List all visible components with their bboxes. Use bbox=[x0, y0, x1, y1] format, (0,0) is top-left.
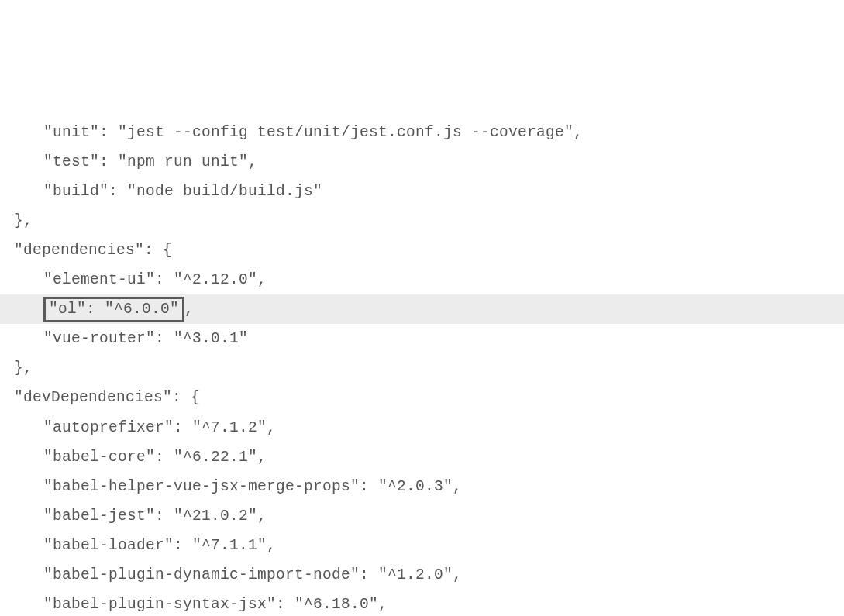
code-text: "vue-router": "^3.0.1" bbox=[43, 330, 248, 347]
code-text: "dependencies": { bbox=[14, 242, 172, 259]
code-line: }, bbox=[0, 206, 844, 236]
code-line: "unit": "jest --config test/unit/jest.co… bbox=[0, 118, 844, 147]
code-text: "babel-plugin-syntax-jsx": "^6.18.0", bbox=[43, 596, 388, 613]
code-text: "babel-plugin-dynamic-import-node": "^1.… bbox=[43, 566, 462, 583]
code-text: "build": "node build/build.js" bbox=[43, 183, 322, 200]
code-text: "babel-jest": "^21.0.2", bbox=[43, 508, 267, 525]
code-line: "build": "node build/build.js" bbox=[0, 177, 844, 206]
code-line: "babel-core": "^6.22.1", bbox=[0, 442, 844, 472]
highlighted-dependency: "ol": "^6.0.0" bbox=[43, 297, 184, 322]
code-text: , bbox=[184, 301, 194, 318]
code-line: "dependencies": { bbox=[0, 236, 844, 265]
code-line: "autoprefixer": "^7.1.2", bbox=[0, 413, 844, 442]
code-text: "babel-loader": "^7.1.1", bbox=[43, 537, 276, 554]
code-text: "test": "npm run unit", bbox=[43, 153, 257, 170]
code-text: }, bbox=[14, 360, 33, 377]
code-text: "babel-core": "^6.22.1", bbox=[43, 449, 267, 466]
code-line: }, bbox=[0, 353, 844, 383]
code-text: "autoprefixer": "^7.1.2", bbox=[43, 419, 276, 436]
code-line: "element-ui": "^2.12.0", bbox=[0, 265, 844, 294]
code-line: "vue-router": "^3.0.1" bbox=[0, 324, 844, 353]
code-line: "babel-plugin-dynamic-import-node": "^1.… bbox=[0, 560, 844, 590]
code-line: "test": "npm run unit", bbox=[0, 147, 844, 177]
code-line: "babel-loader": "^7.1.1", bbox=[0, 531, 844, 560]
code-line: "babel-helper-vue-jsx-merge-props": "^2.… bbox=[0, 472, 844, 501]
code-line: "devDependencies": { bbox=[0, 383, 844, 412]
code-line: "ol": "^6.0.0", bbox=[0, 294, 844, 324]
code-text: "element-ui": "^2.12.0", bbox=[43, 271, 267, 288]
code-block: "unit": "jest --config test/unit/jest.co… bbox=[0, 118, 844, 616]
code-text: }, bbox=[14, 212, 33, 229]
code-line: "babel-jest": "^21.0.2", bbox=[0, 501, 844, 531]
code-text: "devDependencies": { bbox=[14, 389, 200, 406]
code-text: "babel-helper-vue-jsx-merge-props": "^2.… bbox=[43, 478, 462, 495]
code-text: "unit": "jest --config test/unit/jest.co… bbox=[43, 124, 583, 141]
code-line: "babel-plugin-syntax-jsx": "^6.18.0", bbox=[0, 590, 844, 616]
